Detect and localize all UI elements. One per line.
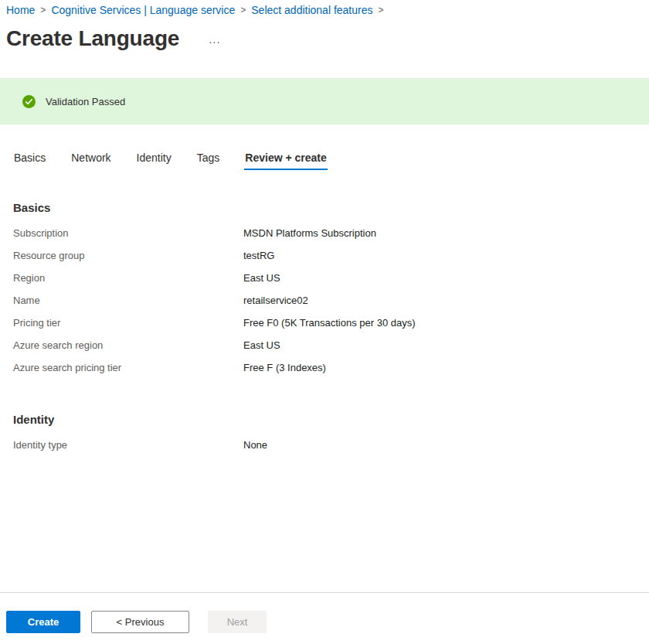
- row-label: Identity type: [13, 439, 243, 451]
- row-label: Subscription: [13, 227, 243, 239]
- tab-tags[interactable]: Tags: [196, 148, 221, 173]
- review-row: Name retailservice02: [13, 289, 649, 312]
- tab-identity[interactable]: Identity: [136, 148, 172, 173]
- create-button[interactable]: Create: [6, 611, 80, 633]
- row-label: Name: [13, 295, 243, 306]
- breadcrumb-separator-icon: >: [240, 5, 246, 15]
- validation-banner-message: Validation Passed: [46, 96, 125, 107]
- row-label: Resource group: [13, 250, 243, 261]
- validation-banner: Validation Passed: [0, 78, 649, 124]
- tab-network[interactable]: Network: [70, 148, 111, 173]
- row-value: None: [243, 439, 267, 451]
- row-label: Azure search region: [13, 339, 243, 351]
- review-row: Identity type None: [13, 434, 649, 456]
- next-button[interactable]: Next: [208, 611, 267, 633]
- section-heading-basics: Basics: [13, 201, 649, 214]
- review-content: Basics Subscription MSDN Platforms Subsc…: [0, 201, 649, 456]
- review-row: Resource group testRG: [13, 244, 649, 267]
- row-value: Free F0 (5K Transactions per 30 days): [243, 317, 416, 329]
- row-value: East US: [243, 339, 280, 351]
- page-title: Create Language: [6, 26, 179, 51]
- review-row: Subscription MSDN Platforms Subscription: [13, 222, 649, 244]
- row-value: retailservice02: [243, 295, 308, 306]
- page-header: Create Language ...: [0, 16, 649, 51]
- breadcrumb-select-additional-features[interactable]: Select additional features: [251, 4, 372, 16]
- review-row: Azure search pricing tier Free F (3 Inde…: [13, 356, 649, 379]
- footer-action-bar: Create < Previous Next: [0, 592, 649, 644]
- tab-bar: Basics Network Identity Tags Review + cr…: [13, 148, 649, 173]
- tab-review-create[interactable]: Review + create: [244, 148, 327, 173]
- more-options-icon[interactable]: ...: [206, 31, 224, 47]
- breadcrumb-separator-icon: >: [40, 5, 46, 15]
- row-label: Pricing tier: [13, 317, 243, 329]
- identity-rows: Identity type None: [13, 434, 649, 456]
- section-heading-identity: Identity: [13, 413, 649, 426]
- review-row: Azure search region East US: [13, 334, 649, 356]
- row-label: Azure search pricing tier: [13, 362, 243, 373]
- basics-rows: Subscription MSDN Platforms Subscription…: [13, 222, 649, 379]
- review-row: Pricing tier Free F0 (5K Transactions pe…: [13, 312, 649, 334]
- row-label: Region: [13, 272, 243, 284]
- breadcrumb-home[interactable]: Home: [6, 4, 35, 16]
- success-checkmark-icon: [22, 95, 36, 108]
- tab-basics[interactable]: Basics: [13, 148, 46, 173]
- review-row: Region East US: [13, 267, 649, 289]
- row-value: East US: [243, 272, 280, 284]
- breadcrumb-separator-icon: >: [379, 5, 384, 15]
- row-value: MSDN Platforms Subscription: [243, 227, 376, 239]
- breadcrumb-cognitive-services[interactable]: Cognitive Services | Language service: [51, 4, 235, 16]
- previous-button[interactable]: < Previous: [91, 611, 189, 633]
- row-value: testRG: [243, 250, 274, 261]
- row-value: Free F (3 Indexes): [243, 362, 326, 373]
- breadcrumb: Home > Cognitive Services | Language ser…: [0, 0, 649, 16]
